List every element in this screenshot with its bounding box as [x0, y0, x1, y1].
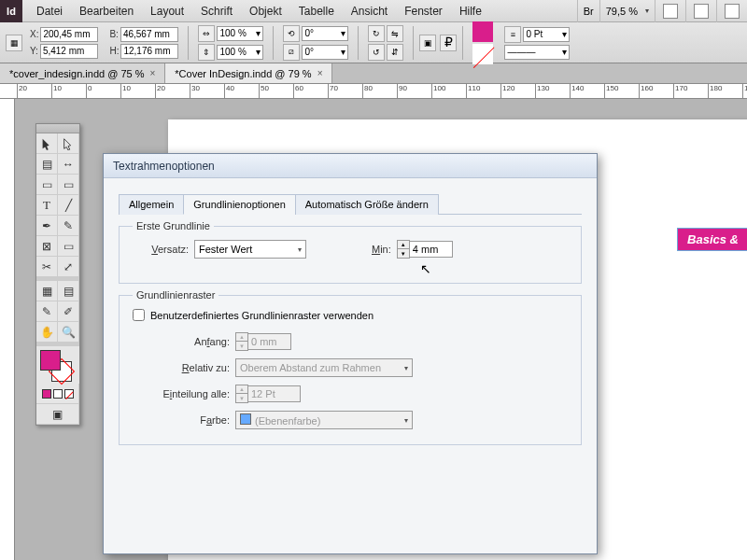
y-input[interactable] [40, 44, 98, 59]
fieldset-legend: Erste Grundlinie [133, 220, 214, 231]
fieldset-grundlinienraster: Grundlinienraster Benutzerdefiniertes Gr… [119, 295, 582, 445]
scale-x-select[interactable]: 100 %▾ [217, 26, 263, 41]
tab-allgemein[interactable]: Allgemein [119, 194, 184, 215]
toolbox-grip[interactable] [36, 124, 79, 133]
stroke-weight-icon: ≡ [504, 26, 521, 43]
container-icon[interactable]: ▣ [419, 35, 436, 51]
rotate-ccw-icon[interactable]: ↺ [368, 44, 385, 61]
custom-grid-label: Benutzerdefiniertes Grundlinienraster ve… [150, 310, 374, 321]
close-icon[interactable]: × [317, 63, 323, 84]
einteilung-label: Einteilung alle: [133, 388, 230, 399]
shear-select[interactable]: 0°▾ [302, 45, 348, 60]
gradient-swatch-tool[interactable]: ▦ [36, 281, 58, 301]
versatz-dropdown[interactable]: Fester Wert▾ [194, 240, 306, 259]
page-tool[interactable]: ▤ [36, 154, 58, 175]
spin-up-button[interactable]: ▲ [398, 241, 409, 249]
free-transform-tool[interactable]: ⤢ [58, 257, 79, 277]
scale-y-select[interactable]: 100 %▾ [217, 45, 263, 60]
shear-icon: ⧄ [283, 44, 300, 61]
tab-auto-groesse[interactable]: Automatisch Größe ändern [295, 194, 439, 215]
versatz-label: Versatz: [133, 244, 189, 255]
direct-selection-tool[interactable] [58, 133, 79, 154]
flip-v-icon[interactable]: ⇵ [387, 44, 403, 61]
stroke-weight-select[interactable]: 0 Pt▾ [523, 27, 570, 42]
screen-mode-button[interactable] [655, 0, 685, 22]
toolbox-panel: ▤ ↔ ▭ ▭ T ╱ ✒ ✎ ⊠ ▭ ✂ ⤢ ▦ ▤ ✎ ✐ ✋ 🔍 ▣ [35, 123, 80, 426]
dialog-tabs: Allgemein Grundlinienoptionen Automatisc… [119, 193, 582, 215]
relativ-dropdown: Oberem Abstand zum Rahmen▾ [235, 358, 413, 377]
vertical-ruler [0, 99, 15, 560]
fieldset-legend: Grundlinienraster [133, 289, 218, 301]
menu-bar: Id Datei Bearbeiten Layout Schrift Objek… [0, 0, 747, 22]
menu-fenster[interactable]: Fenster [396, 0, 451, 22]
content-placer-tool[interactable]: ▭ [58, 175, 79, 195]
relativ-label: Relativ zu: [133, 362, 230, 373]
view-options-button[interactable] [716, 0, 747, 22]
farbe-dropdown: (Ebenenfarbe)▾ [235, 411, 413, 429]
height-input[interactable] [120, 44, 178, 59]
flip-h-icon[interactable]: ⇋ [387, 25, 403, 42]
fill-stroke-proxy[interactable] [36, 346, 79, 384]
menu-ansicht[interactable]: Ansicht [343, 0, 396, 22]
rotate-icon: ⟲ [283, 25, 300, 42]
x-input[interactable] [40, 27, 98, 42]
note-tool[interactable]: ✎ [36, 301, 58, 322]
min-input[interactable] [410, 241, 453, 258]
anfang-label: Anfang: [133, 336, 230, 347]
selection-tool[interactable] [36, 133, 58, 154]
menu-objekt[interactable]: Objekt [241, 0, 290, 22]
hand-tool[interactable]: ✋ [36, 322, 58, 343]
pen-tool[interactable]: ✒ [36, 216, 58, 236]
bridge-button[interactable]: Br [577, 0, 599, 22]
scissors-tool[interactable]: ✂ [36, 257, 58, 277]
pink-label-band: Basics & [677, 228, 747, 251]
app-icon: Id [0, 0, 22, 22]
content-collector-tool[interactable]: ▭ [36, 175, 58, 195]
gradient-feather-tool[interactable]: ▤ [58, 281, 79, 301]
spin-down-button[interactable]: ▼ [398, 249, 409, 258]
rectangle-frame-tool[interactable]: ⊠ [36, 236, 58, 257]
farbe-label: Farbe: [133, 414, 230, 426]
rectangle-tool[interactable]: ▭ [58, 236, 79, 257]
view-mode-toggle[interactable]: ▣ [36, 404, 79, 425]
width-input[interactable] [120, 27, 178, 42]
line-tool[interactable]: ╱ [58, 195, 79, 216]
tab-grundlinienoptionen[interactable]: Grundlinienoptionen [183, 194, 295, 215]
anfang-spinner: ▲▼ [235, 332, 422, 351]
stroke-style-select[interactable]: ———▾ [504, 45, 570, 60]
custom-grid-checkbox[interactable]: Benutzerdefiniertes Grundlinienraster ve… [133, 309, 568, 321]
horizontal-ruler: 2010010203040506070809010011012013014015… [0, 84, 747, 99]
menu-bearbeiten[interactable]: Bearbeiten [71, 0, 142, 22]
menu-datei[interactable]: Datei [28, 0, 71, 22]
menu-tabelle[interactable]: Tabelle [290, 0, 343, 22]
zoom-tool[interactable]: 🔍 [58, 322, 79, 343]
reference-point-icon[interactable]: ▦ [6, 35, 22, 51]
menu-layout[interactable]: Layout [142, 0, 192, 22]
pencil-tool[interactable]: ✎ [58, 216, 79, 236]
custom-grid-checkbox-input[interactable] [133, 309, 145, 321]
paragraph-icon[interactable]: ₽ [440, 35, 457, 51]
rotate-cw-icon[interactable]: ↻ [368, 25, 385, 42]
gap-tool[interactable]: ↔ [58, 154, 79, 175]
scale-x-icon: ⇔ [198, 25, 215, 42]
text-frame-options-dialog: Textrahmenoptionen Allgemein Grundlinien… [103, 153, 598, 554]
doc-tab-1[interactable]: *Cover InDesign.indd @ 79 %× [165, 63, 332, 83]
arrange-button[interactable] [685, 0, 716, 22]
min-spinner[interactable]: ▲▼ [397, 240, 453, 259]
type-tool[interactable]: T [36, 195, 58, 216]
fill-box[interactable] [40, 350, 61, 371]
rotate-select[interactable]: 0°▾ [302, 26, 348, 41]
eyedropper-tool[interactable]: ✐ [58, 301, 79, 322]
stroke-swatch[interactable] [472, 44, 493, 64]
fill-swatch[interactable] [472, 21, 493, 42]
menu-schrift[interactable]: Schrift [192, 0, 241, 22]
dialog-title: Textrahmenoptionen [104, 154, 597, 178]
doc-tab-0[interactable]: *cover_indesign.indd @ 75 %× [0, 63, 165, 83]
default-fill-stroke[interactable] [36, 384, 79, 404]
fieldset-erste-grundlinie: Erste Grundlinie Versatz: Fester Wert▾ M… [119, 226, 582, 284]
document-tabs: *cover_indesign.indd @ 75 %× *Cover InDe… [0, 63, 747, 84]
menu-hilfe[interactable]: Hilfe [451, 0, 490, 22]
zoom-dropdown[interactable]: 79,5 % [599, 0, 655, 22]
close-icon[interactable]: × [149, 63, 155, 84]
einteilung-spinner: ▲▼ [235, 385, 422, 403]
